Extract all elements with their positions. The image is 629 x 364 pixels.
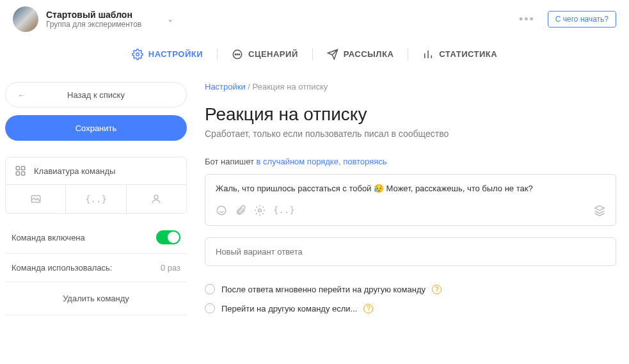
save-button[interactable]: Сохранить bbox=[5, 115, 187, 141]
braces-icon: {..} bbox=[85, 194, 107, 204]
attach-icon[interactable] bbox=[235, 205, 246, 216]
svg-rect-8 bbox=[22, 172, 25, 175]
avatar[interactable] bbox=[13, 6, 38, 32]
bot-order-link[interactable]: в случайном порядке, повторяясь bbox=[257, 157, 387, 166]
send-icon bbox=[327, 49, 338, 60]
tab-label: СТАТИСТИКА bbox=[439, 49, 497, 59]
radio-icon[interactable] bbox=[205, 284, 215, 294]
image-tab[interactable] bbox=[6, 185, 65, 213]
keyboard-row[interactable]: Клавиатура команды bbox=[6, 157, 186, 184]
braces-tab[interactable]: {..} bbox=[65, 185, 125, 213]
svg-point-4 bbox=[239, 54, 240, 55]
tab-label: НАСТРОЙКИ bbox=[148, 49, 203, 59]
delete-button[interactable]: Удалить команду bbox=[5, 282, 187, 315]
usage-row: Команда использовалась: 0 раз bbox=[5, 254, 187, 282]
user-tab[interactable] bbox=[126, 185, 186, 213]
svg-rect-5 bbox=[16, 166, 19, 170]
radio-if-condition[interactable]: Перейти на другую команду если... ? bbox=[205, 303, 616, 313]
page-subtitle: Сработает, только если пользователь писа… bbox=[205, 129, 616, 139]
usage-value: 0 раз bbox=[161, 263, 180, 273]
bot-writes-line: Бот напишет в случайном порядке, повторя… bbox=[205, 157, 616, 166]
svg-point-10 bbox=[154, 195, 158, 199]
back-label: Назад к списку bbox=[67, 90, 125, 100]
back-button[interactable]: ← Назад к списку bbox=[5, 82, 187, 107]
radio-after-answer[interactable]: После ответа мгновенно перейти на другую… bbox=[205, 284, 616, 294]
emoji-icon[interactable] bbox=[216, 205, 227, 216]
tab-mailing[interactable]: РАССЫЛКА bbox=[313, 38, 408, 70]
svg-point-0 bbox=[136, 52, 139, 56]
page-title: Реакция на отписку bbox=[205, 104, 616, 125]
braces-icon[interactable]: {..} bbox=[273, 205, 285, 216]
more-icon[interactable]: ••• bbox=[519, 13, 535, 26]
usage-label: Команда использовалась: bbox=[12, 263, 112, 273]
grid-icon bbox=[15, 165, 26, 177]
help-icon[interactable]: ? bbox=[432, 285, 442, 294]
svg-point-2 bbox=[235, 54, 236, 55]
message-box[interactable]: Жаль, что пришлось расстаться с тобой 😥 … bbox=[205, 174, 616, 226]
help-icon[interactable]: ? bbox=[363, 304, 373, 313]
radio-label: Перейти на другую команду если... bbox=[221, 304, 357, 313]
chevron-down-icon[interactable]: ⌄ bbox=[167, 15, 173, 24]
breadcrumb: Настройки / Реакция на отписку bbox=[205, 82, 616, 91]
group-title: Стартовый шаблон bbox=[46, 10, 141, 20]
svg-rect-6 bbox=[22, 166, 25, 170]
svg-rect-7 bbox=[16, 172, 19, 175]
new-variant-input[interactable] bbox=[205, 237, 616, 266]
tab-label: СЦЕНАРИЙ bbox=[248, 49, 298, 59]
keyboard-label: Клавиатура команды bbox=[34, 166, 115, 176]
svg-point-11 bbox=[217, 206, 226, 215]
gear-icon[interactable] bbox=[254, 205, 266, 216]
enabled-toggle[interactable] bbox=[156, 230, 180, 244]
group-info[interactable]: Стартовый шаблон Группа для эксперименто… bbox=[46, 10, 141, 29]
breadcrumb-root[interactable]: Настройки bbox=[205, 82, 246, 91]
svg-point-12 bbox=[259, 209, 262, 212]
radio-icon[interactable] bbox=[205, 303, 215, 313]
radio-label: После ответа мгновенно перейти на другую… bbox=[221, 285, 426, 294]
tab-settings[interactable]: НАСТРОЙКИ bbox=[118, 38, 217, 70]
group-subtitle: Группа для экспериментов bbox=[46, 20, 141, 29]
arrow-left-icon: ← bbox=[17, 90, 26, 100]
user-icon bbox=[150, 193, 162, 205]
tab-stats[interactable]: СТАТИСТИКА bbox=[408, 38, 511, 70]
chat-icon bbox=[232, 49, 243, 60]
tab-scenario[interactable]: СЦЕНАРИЙ bbox=[218, 38, 312, 70]
chart-icon bbox=[422, 49, 434, 60]
message-text[interactable]: Жаль, что пришлось расстаться с тобой 😥 … bbox=[216, 184, 605, 193]
enabled-label: Команда включена bbox=[12, 233, 85, 242]
layers-icon[interactable] bbox=[594, 205, 605, 216]
gear-icon bbox=[132, 49, 143, 60]
tab-label: РАССЫЛКА bbox=[344, 49, 394, 59]
start-button[interactable]: С чего начать? bbox=[548, 11, 616, 28]
image-icon bbox=[30, 193, 42, 205]
breadcrumb-current: Реакция на отписку bbox=[253, 82, 328, 91]
enabled-row: Команда включена bbox=[5, 221, 187, 254]
svg-point-3 bbox=[237, 54, 238, 55]
